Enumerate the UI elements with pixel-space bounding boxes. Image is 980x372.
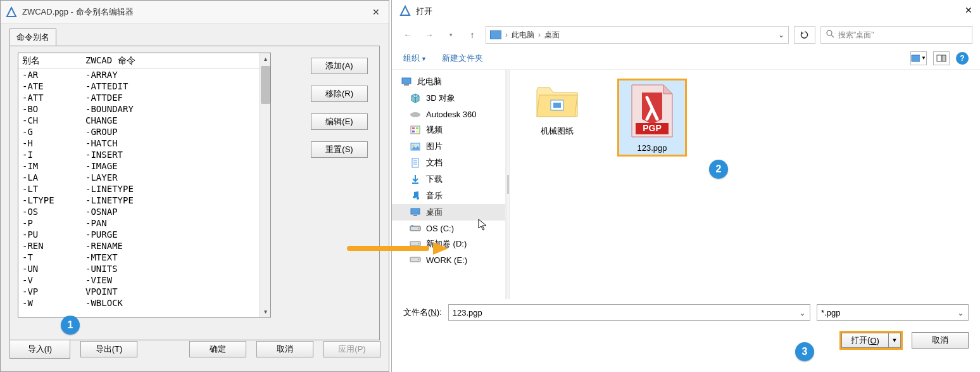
apply-button[interactable]: 应用(P) <box>324 341 380 357</box>
alias-row[interactable]: -W-WBLOCK <box>18 297 261 309</box>
organize-menu[interactable]: 组织▼ <box>403 53 427 64</box>
annotation-arrow <box>347 242 448 255</box>
nav-documents[interactable]: 文档 <box>392 155 505 171</box>
alias-row[interactable]: -IM-IMAGE <box>18 160 261 172</box>
tab-alias[interactable]: 命令别名 <box>9 29 56 46</box>
cloud-icon <box>410 109 421 119</box>
app-icon <box>399 5 411 18</box>
edit-button[interactable]: 编辑(E) <box>311 113 368 130</box>
drive-icon <box>410 223 421 233</box>
alias-row[interactable]: -AR-ARRAY <box>18 69 261 80</box>
nav-3d-objects[interactable]: 3D 对象 <box>392 90 505 106</box>
up-button[interactable]: ↑ <box>464 27 481 43</box>
alias-row[interactable]: -H-HATCH <box>18 138 261 149</box>
nav-desktop[interactable]: 桌面 <box>392 204 505 221</box>
svg-rect-5 <box>402 78 411 84</box>
chevron-down-icon[interactable]: ⌄ <box>799 308 806 317</box>
alias-row[interactable]: -ATT-ATTDEF <box>18 92 261 103</box>
alias-row[interactable]: -CHCHANGE <box>18 115 261 126</box>
alias-row[interactable]: -LTYPE-LINETYPE <box>18 195 261 206</box>
svg-point-0 <box>827 30 832 35</box>
svg-rect-10 <box>416 127 418 129</box>
drive-icon <box>410 255 421 265</box>
open-file-dialog: 打开 ✕ ← → ▾ ↑ › 此电脑 › 桌面 ⌄ 搜索"桌面" 组织▼ 新建文… <box>391 0 980 372</box>
cancel-button[interactable]: 取消 <box>256 341 313 357</box>
alias-row[interactable]: -G-GROUP <box>18 126 261 138</box>
refresh-button[interactable] <box>794 26 815 44</box>
chevron-down-icon[interactable]: ⌄ <box>778 30 784 39</box>
close-icon[interactable]: ✕ <box>965 5 972 15</box>
export-button[interactable]: 导出(T) <box>80 341 137 357</box>
back-button[interactable]: ← <box>399 27 416 43</box>
reset-button[interactable]: 重置(S) <box>311 141 368 158</box>
alias-row[interactable]: -LA-LAYER <box>18 172 261 183</box>
alias-row[interactable]: -UN-UNITS <box>18 263 261 274</box>
nav-pictures[interactable]: 图片 <box>392 138 505 155</box>
content-pane[interactable]: 机械图纸 PGP 123.pgp <box>510 70 980 299</box>
nav-music[interactable]: 音乐 <box>392 188 505 204</box>
svg-rect-3 <box>937 55 941 61</box>
svg-point-28 <box>418 259 419 260</box>
action-row: 打开(O) ▼ 取消 <box>392 326 980 359</box>
nav-autodesk[interactable]: Autodesk 360 <box>392 106 505 122</box>
file-area: 此电脑 3D 对象 Autodesk 360 视频 图片 文档 下载 音乐 桌面… <box>392 70 980 299</box>
new-folder-button[interactable]: 新建文件夹 <box>442 53 483 64</box>
download-icon <box>410 174 421 184</box>
alias-row[interactable]: -T-MTEXT <box>18 252 261 263</box>
badge-3: 3 <box>795 342 814 361</box>
open-button[interactable]: 打开(O) <box>841 333 888 348</box>
toolbar: 组织▼ 新建文件夹 ▼ ? <box>392 47 980 70</box>
nav-downloads[interactable]: 下载 <box>392 171 505 188</box>
help-icon[interactable]: ? <box>956 52 969 65</box>
cancel-button[interactable]: 取消 <box>912 332 969 349</box>
breadcrumb-pc[interactable]: 此电脑 <box>512 30 534 41</box>
alias-row[interactable]: -P-PAN <box>18 217 261 229</box>
alias-list[interactable]: 别名ZWCAD 命令-AR-ARRAY-ATE-ATTEDIT-ATT-ATTD… <box>18 53 271 317</box>
nav-drive-c[interactable]: OS (C:) <box>392 221 505 236</box>
cursor-icon <box>478 219 488 234</box>
nav-this-pc[interactable]: 此电脑 <box>392 74 505 90</box>
remove-button[interactable]: 移除(R) <box>311 86 368 102</box>
filename-row: 文件名(N): 123.pgp ⌄ *.pgp ⌄ <box>392 299 980 326</box>
svg-rect-20 <box>411 208 420 214</box>
add-button[interactable]: 添加(A) <box>311 58 368 74</box>
scroll-up-icon[interactable]: ▴ <box>261 55 270 63</box>
desktop-icon <box>410 207 421 217</box>
svg-rect-21 <box>413 215 417 216</box>
file-filter-select[interactable]: *.pgp ⌄ <box>817 304 969 321</box>
alias-editor-dialog: ZWCAD.pgp - 命令别名编辑器 ✕ 命令别名 别名ZWCAD 命令-AR… <box>0 0 389 372</box>
alias-row[interactable]: -REN-RENAME <box>18 240 261 252</box>
alias-row[interactable]: -LT-LINETYPE <box>18 183 261 195</box>
window-title: ZWCAD.pgp - 命令别名编辑器 <box>22 6 134 18</box>
pgp-file-item[interactable]: PGP 123.pgp <box>617 79 687 157</box>
forward-button[interactable]: → <box>421 27 437 43</box>
svg-rect-6 <box>404 84 409 86</box>
preview-pane-button[interactable] <box>933 51 950 65</box>
search-input[interactable]: 搜索"桌面" <box>820 26 972 44</box>
nav-videos[interactable]: 视频 <box>392 122 505 138</box>
alias-row[interactable]: -BO-BOUNDARY <box>18 103 261 115</box>
close-icon[interactable]: ✕ <box>370 6 382 18</box>
alias-row[interactable]: -V-VIEW <box>18 274 261 286</box>
open-split-button: 打开(O) ▼ <box>839 331 903 350</box>
chevron-down-icon: ⌄ <box>957 308 964 317</box>
alias-row[interactable]: -OS-OSNAP <box>18 206 261 217</box>
svg-rect-8 <box>411 126 420 134</box>
open-dropdown-button[interactable]: ▼ <box>888 333 901 348</box>
alias-row[interactable]: -PU-PURGE <box>18 229 261 240</box>
scrollbar[interactable]: ▴ ▾ <box>260 53 270 317</box>
document-icon <box>410 158 421 168</box>
scroll-down-icon[interactable]: ▾ <box>261 307 270 316</box>
filename-input[interactable]: 123.pgp ⌄ <box>448 304 810 321</box>
alias-row[interactable]: -VPVPOINT <box>18 286 261 297</box>
alias-row[interactable]: -I-INSERT <box>18 149 261 160</box>
breadcrumb-desktop[interactable]: 桌面 <box>544 30 560 41</box>
view-mode-button[interactable]: ▼ <box>910 51 927 65</box>
alias-row[interactable]: -ATE-ATTEDIT <box>18 80 261 92</box>
recent-dd-icon[interactable]: ▾ <box>443 27 459 43</box>
ok-button[interactable]: 确定 <box>189 341 246 357</box>
scroll-thumb[interactable] <box>261 66 270 104</box>
folder-item[interactable]: 机械图纸 <box>522 79 592 141</box>
import-button[interactable]: 导入(I) <box>9 340 70 359</box>
address-bar[interactable]: › 此电脑 › 桌面 ⌄ <box>486 26 789 44</box>
